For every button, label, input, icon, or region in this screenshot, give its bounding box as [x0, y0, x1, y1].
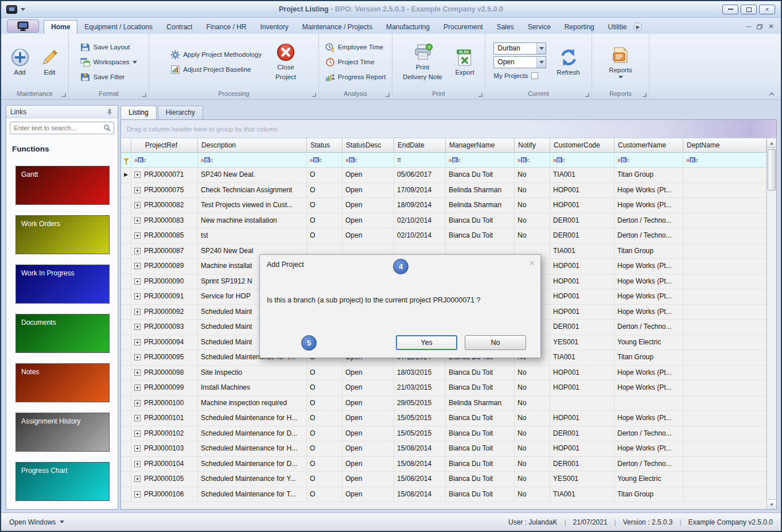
cell-status[interactable]: O	[307, 457, 343, 472]
filter-cell-status[interactable]: aBc	[307, 153, 343, 167]
cell-customercode[interactable]: DER001	[550, 320, 614, 335]
cell-customername[interactable]: Hope Works (Pt...	[614, 380, 683, 395]
grid-row[interactable]: PRJ0000101Scheduled Maintenance for H...…	[121, 411, 776, 426]
expand-icon[interactable]	[134, 218, 141, 224]
column-header-customername[interactable]: CustomerName	[614, 138, 683, 152]
filter-cell-projectref[interactable]: aBc	[131, 153, 198, 167]
ribbon-tab-home[interactable]: Home	[44, 20, 77, 34]
cell-description[interactable]: Site Inspectio	[198, 366, 307, 380]
cell-enddate[interactable]: 15/08/2014	[394, 457, 446, 472]
cell-deptname[interactable]	[683, 350, 767, 365]
cell-statusdesc[interactable]: Open	[343, 487, 394, 502]
grid-row[interactable]: PRJ0000085tstOOpen02/10/2014Bianca Du To…	[121, 228, 776, 244]
cell-deptname[interactable]	[683, 289, 767, 304]
cell-projectref[interactable]: PRJ0000095	[131, 350, 198, 365]
expand-icon[interactable]	[134, 400, 141, 406]
tab-listing[interactable]: Listing	[120, 106, 157, 119]
cell-managername[interactable]: Bianca Du Toit	[446, 441, 515, 456]
cell-statusdesc[interactable]: Open	[343, 366, 394, 380]
expand-icon[interactable]	[134, 187, 141, 193]
cell-customername[interactable]: Derton / Techno...	[614, 457, 683, 472]
cell-deptname[interactable]	[683, 411, 767, 426]
cell-deptname[interactable]	[683, 259, 767, 274]
cell-enddate[interactable]: 15/05/2015	[394, 426, 446, 441]
cell-managername[interactable]: Belinda Sharman	[446, 396, 515, 411]
column-header-enddate[interactable]: EndDate	[394, 138, 446, 152]
print-delivery-note-button[interactable]: ? Print Delivery Note	[399, 40, 446, 84]
cell-status[interactable]: O	[307, 487, 343, 502]
cell-projectref[interactable]: PRJ0000093	[131, 320, 198, 335]
site-select[interactable]: Durban	[493, 42, 546, 55]
tab-hierarchy[interactable]: Hierarchy	[158, 106, 203, 119]
cell-status[interactable]: O	[307, 198, 343, 213]
cell-customername[interactable]: Titan Group	[614, 168, 683, 182]
cell-projectref[interactable]: PRJ0000101	[131, 411, 198, 426]
expand-icon[interactable]	[134, 385, 141, 391]
cell-description[interactable]: SP240 New Deal.	[198, 168, 307, 182]
vertical-scrollbar[interactable]: ▲ ▼	[767, 138, 776, 509]
function-button-assignment-history[interactable]: Assignment History	[15, 413, 110, 452]
cell-managername[interactable]: Belinda Sharman	[446, 183, 515, 198]
dialog-launcher-icon[interactable]	[478, 93, 483, 97]
cell-description[interactable]: Scheduled Maintenance for D...	[198, 426, 307, 441]
column-header-description[interactable]: Description	[198, 138, 307, 152]
cell-customercode[interactable]	[550, 396, 614, 411]
cell-statusdesc[interactable]: Open	[343, 426, 394, 441]
mdi-minimize-button[interactable]: ─	[746, 23, 751, 30]
open-windows-button[interactable]: Open Windows	[9, 518, 64, 526]
cell-deptname[interactable]	[683, 168, 767, 182]
expand-icon[interactable]	[134, 415, 141, 421]
cell-projectref[interactable]: PRJ0000075	[131, 183, 198, 198]
cell-notify[interactable]: No	[515, 380, 550, 395]
cell-status[interactable]: O	[307, 366, 343, 380]
cell-customername[interactable]: Hope Works (Pt...	[614, 411, 683, 426]
cell-managername[interactable]: Bianca Du Toit	[446, 366, 515, 380]
cell-description[interactable]: Scheduled Maintenance for H...	[198, 441, 307, 456]
cell-customercode[interactable]: TIA001	[550, 487, 614, 502]
cell-projectref[interactable]: PRJ0000106	[131, 487, 198, 502]
mdi-restore-button[interactable]	[757, 24, 762, 29]
refresh-button[interactable]: Refresh	[553, 45, 583, 79]
cell-customercode[interactable]: DER001	[550, 213, 614, 228]
tab-overflow-icon[interactable]: ▶	[633, 22, 642, 31]
grid-row[interactable]: PRJ0000099Install MachinesOOpen21/03/201…	[121, 380, 776, 396]
cell-customercode[interactable]: YES001	[550, 472, 614, 487]
cell-enddate[interactable]: 15/05/2015	[394, 411, 446, 426]
cell-projectref[interactable]: PRJ0000104	[131, 457, 198, 472]
cell-enddate[interactable]: 18/03/2015	[394, 366, 446, 380]
cell-projectref[interactable]: PRJ0000103	[131, 441, 198, 456]
cell-enddate[interactable]: 17/09/2014	[394, 183, 446, 198]
cell-statusdesc[interactable]: Open	[343, 168, 394, 182]
cell-description[interactable]: Machine inspection required	[198, 396, 307, 411]
cell-deptname[interactable]	[683, 457, 767, 472]
ribbon-tab-inventory[interactable]: Inventory	[253, 21, 295, 34]
expand-icon[interactable]	[134, 172, 141, 178]
cell-statusdesc[interactable]: Open	[343, 228, 394, 243]
grid-row[interactable]: ▶PRJ0000071SP240 New Deal.OOpen05/06/201…	[121, 168, 776, 183]
ribbon-tab-maintenance-projects[interactable]: Maintenance / Projects	[295, 21, 379, 34]
cell-customername[interactable]: Hope Works (Pt...	[614, 289, 683, 304]
cell-customercode[interactable]: HOP001	[550, 305, 614, 320]
status-select-caret-icon[interactable]	[536, 57, 546, 68]
cell-customername[interactable]: Hope Works (Pt...	[614, 274, 683, 289]
cell-customername[interactable]: Hope Works (Pt...	[614, 305, 683, 320]
adjust-project-baseline-button[interactable]: Adjust Project Baseline	[168, 63, 253, 76]
ribbon-tab-procurement[interactable]: Procurement	[437, 21, 490, 34]
progress-report-button[interactable]: Progress Report	[323, 71, 388, 84]
close-button[interactable]: ×	[759, 5, 775, 14]
my-projects-toggle[interactable]: My Projects	[493, 70, 546, 81]
cell-customercode[interactable]: DER001	[550, 228, 614, 243]
cell-enddate[interactable]: 15/08/2014	[394, 441, 446, 456]
column-header-customercode[interactable]: CustomerCode	[550, 138, 614, 152]
cell-customercode[interactable]: HOP001	[550, 183, 614, 198]
cell-projectref[interactable]: PRJ0000082	[131, 198, 198, 213]
cell-customername[interactable]: Derton / Techno...	[614, 426, 683, 441]
cell-customername[interactable]: Hope Works (Pt...	[614, 366, 683, 380]
column-header-statusdesc[interactable]: StatusDesc	[343, 138, 394, 152]
cell-projectref[interactable]: PRJ0000105	[131, 472, 198, 487]
expand-icon[interactable]	[134, 461, 141, 467]
cell-statusdesc[interactable]: Open	[343, 198, 394, 213]
cell-customercode[interactable]: HOP001	[550, 441, 614, 456]
dialog-close-icon[interactable]: ×	[529, 258, 535, 268]
cell-managername[interactable]: Bianca Du Toit	[446, 487, 515, 502]
